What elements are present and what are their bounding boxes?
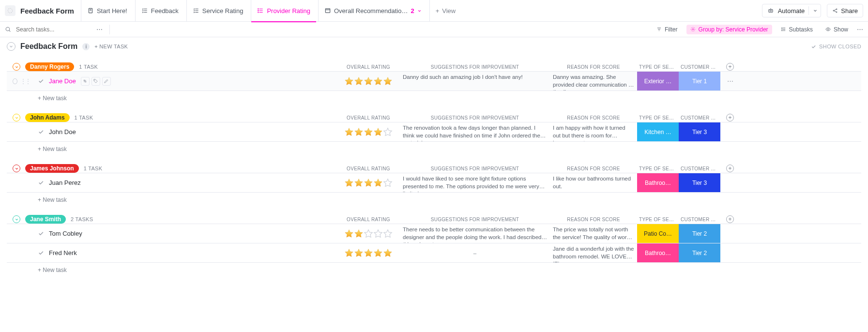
- add-column-icon[interactable]: +: [726, 165, 734, 172]
- task-row[interactable]: ⋮⋮ Jane Doe Danny did such an amazing jo…: [7, 71, 861, 91]
- col-overall[interactable]: OVERALL RATING: [337, 166, 400, 171]
- task-name[interactable]: Tom Cobley: [49, 230, 82, 237]
- cell-reason[interactable]: I like how our bathrooms turned out.: [550, 173, 637, 192]
- task-name[interactable]: Juan Perez: [49, 179, 81, 186]
- drag-handle-icon[interactable]: ⋮⋮: [20, 78, 30, 85]
- edit-icon[interactable]: [102, 77, 111, 86]
- cell-overall[interactable]: [337, 173, 400, 192]
- col-suggestions[interactable]: SUGGESTIONS FOR IMPROVEMENT: [400, 64, 550, 70]
- provider-chip[interactable]: Danny Rogers: [25, 62, 74, 71]
- cell-reason[interactable]: I am happy with how it turned out but th…: [550, 122, 637, 141]
- check-icon[interactable]: [38, 230, 44, 237]
- provider-chip[interactable]: Jane Smith: [25, 215, 66, 224]
- cell-tier[interactable]: Tier 2: [679, 243, 720, 262]
- col-service[interactable]: TYPE OF SER…: [637, 166, 679, 171]
- col-service[interactable]: TYPE OF SER…: [637, 217, 679, 222]
- cell-service[interactable]: Kitchen …: [637, 122, 679, 141]
- subtask-icon[interactable]: [81, 77, 90, 86]
- provider-chip[interactable]: John Adams: [25, 113, 70, 122]
- cell-suggestions[interactable]: There needs to be better communication b…: [400, 224, 550, 243]
- select-circle[interactable]: [13, 78, 17, 84]
- tag-icon[interactable]: [91, 77, 100, 86]
- task-row[interactable]: John Doe The renovation took a few days …: [7, 122, 861, 142]
- info-icon[interactable]: i: [82, 43, 90, 50]
- search-more-icon[interactable]: ⋯: [96, 26, 103, 33]
- check-icon[interactable]: [38, 78, 44, 84]
- show-closed-button[interactable]: SHOW CLOSED: [811, 44, 861, 49]
- automate-button[interactable]: Automate: [762, 4, 822, 17]
- add-column-icon[interactable]: +: [726, 63, 734, 71]
- task-name[interactable]: Jane Doe: [49, 77, 76, 85]
- show-button[interactable]: Show: [822, 25, 852, 34]
- group-collapse-icon[interactable]: [13, 165, 20, 172]
- chevron-down-icon[interactable]: [813, 8, 818, 13]
- col-tier[interactable]: CUSTOMER TIER: [679, 115, 720, 121]
- group-collapse-icon[interactable]: [13, 114, 20, 121]
- search-input[interactable]: [15, 26, 83, 33]
- cell-tier[interactable]: Tier 1: [679, 72, 720, 91]
- task-row[interactable]: Juan Perez I would have liked to see mor…: [7, 173, 861, 193]
- col-overall[interactable]: OVERALL RATING: [337, 115, 400, 121]
- tab-overall-recommendatio-[interactable]: Overall Recommendatio… 2: [318, 0, 427, 22]
- breadcrumb-title[interactable]: Feedback Form: [20, 7, 74, 15]
- col-reason[interactable]: REASON FOR SCORE: [550, 115, 637, 121]
- check-icon[interactable]: [38, 180, 44, 186]
- tab-start-here-[interactable]: Start Here!: [81, 0, 133, 22]
- tab-feedback[interactable]: Feedback: [135, 0, 184, 22]
- col-service[interactable]: TYPE OF SER…: [637, 115, 679, 121]
- task-name[interactable]: Fred Nerk: [49, 249, 77, 257]
- new-task-button[interactable]: + NEW TASK: [94, 44, 128, 49]
- cell-suggestions[interactable]: Danny did such an amazing job I don't ha…: [400, 72, 550, 91]
- col-suggestions[interactable]: SUGGESTIONS FOR IMPROVEMENT: [400, 217, 550, 222]
- group-collapse-icon[interactable]: [13, 63, 20, 71]
- col-service[interactable]: TYPE OF SER…: [637, 64, 679, 70]
- col-tier[interactable]: CUSTOMER TIER: [679, 217, 720, 222]
- groupby-button[interactable]: Group by: Service Provider: [686, 25, 772, 34]
- toolbar-more-icon[interactable]: ⋯: [857, 26, 863, 33]
- cell-tier[interactable]: Tier 3: [679, 173, 720, 192]
- cell-service[interactable]: Exterior …: [637, 72, 679, 91]
- col-reason[interactable]: REASON FOR SCORE: [550, 166, 637, 171]
- check-icon[interactable]: [38, 250, 44, 256]
- tab-provider-rating[interactable]: Provider Rating: [251, 0, 316, 22]
- task-row[interactable]: Tom Cobley There needs to be better comm…: [7, 224, 861, 243]
- share-button[interactable]: Share: [827, 4, 863, 17]
- cell-reason[interactable]: Jane did a wonderful job with the bathro…: [550, 243, 637, 262]
- col-overall[interactable]: OVERALL RATING: [337, 217, 400, 222]
- filter-button[interactable]: Filter: [653, 25, 682, 34]
- task-row[interactable]: Fred Nerk – Jane did a wonderful job wit…: [7, 243, 861, 263]
- search-box[interactable]: [5, 26, 83, 33]
- col-suggestions[interactable]: SUGGESTIONS FOR IMPROVEMENT: [400, 115, 550, 121]
- cell-service[interactable]: Bathroo…: [637, 243, 679, 262]
- add-view-button[interactable]: + View: [429, 0, 462, 22]
- cell-reason[interactable]: Danny was amazing. She provided clear co…: [550, 72, 637, 91]
- check-icon[interactable]: [38, 129, 44, 135]
- col-suggestions[interactable]: SUGGESTIONS FOR IMPROVEMENT: [400, 166, 550, 171]
- cell-overall[interactable]: [337, 72, 400, 91]
- task-name[interactable]: John Doe: [49, 128, 76, 136]
- new-task-row[interactable]: + New task: [7, 193, 861, 203]
- cell-tier[interactable]: Tier 3: [679, 122, 720, 141]
- cell-overall[interactable]: [337, 243, 400, 262]
- cell-service[interactable]: Patio Co…: [637, 224, 679, 243]
- cell-suggestions[interactable]: –: [400, 243, 550, 262]
- col-tier[interactable]: CUSTOMER TIER: [679, 64, 720, 70]
- cell-service[interactable]: Bathroo…: [637, 173, 679, 192]
- add-column-icon[interactable]: +: [726, 215, 734, 223]
- tab-service-rating[interactable]: Service Rating: [186, 0, 249, 22]
- cell-suggestions[interactable]: I would have liked to see more light fix…: [400, 173, 550, 192]
- new-task-row[interactable]: + New task: [7, 142, 861, 152]
- row-more-icon[interactable]: ⋯: [720, 77, 740, 85]
- col-reason[interactable]: REASON FOR SCORE: [550, 217, 637, 222]
- col-tier[interactable]: CUSTOMER TIER: [679, 166, 720, 171]
- collapse-all-icon[interactable]: [7, 42, 15, 51]
- col-reason[interactable]: REASON FOR SCORE: [550, 64, 637, 70]
- cell-reason[interactable]: The price was totally not worth the serv…: [550, 224, 637, 243]
- cell-tier[interactable]: Tier 2: [679, 224, 720, 243]
- provider-chip[interactable]: James Johnson: [25, 164, 79, 173]
- col-overall[interactable]: OVERALL RATING: [337, 64, 400, 70]
- cell-overall[interactable]: [337, 122, 400, 141]
- add-column-icon[interactable]: +: [726, 114, 734, 121]
- group-collapse-icon[interactable]: [13, 215, 20, 223]
- cell-overall[interactable]: [337, 224, 400, 243]
